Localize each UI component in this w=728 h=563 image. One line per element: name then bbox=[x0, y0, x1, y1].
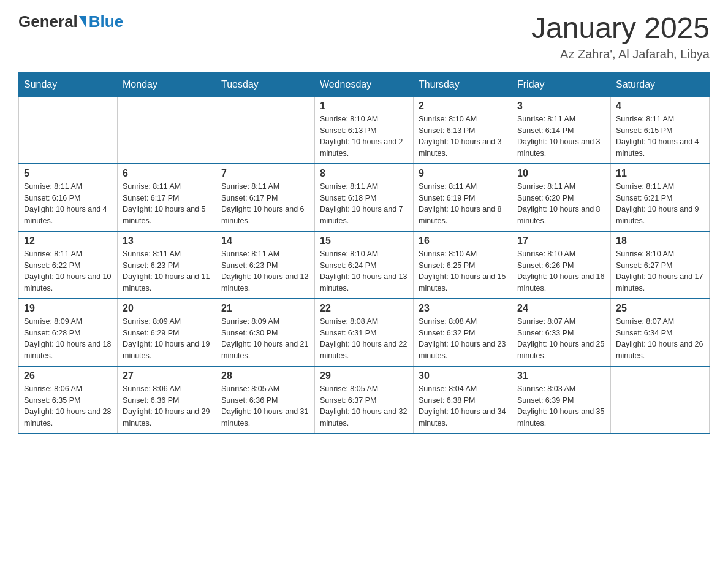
day-info: Sunrise: 8:06 AMSunset: 6:36 PMDaylight:… bbox=[123, 383, 211, 429]
calendar-table: SundayMondayTuesdayWednesdayThursdayFrid… bbox=[18, 72, 710, 434]
calendar-cell: 15Sunrise: 8:10 AMSunset: 6:24 PMDayligh… bbox=[315, 231, 414, 299]
calendar-cell: 18Sunrise: 8:10 AMSunset: 6:27 PMDayligh… bbox=[611, 231, 710, 299]
day-header-tuesday: Tuesday bbox=[216, 72, 315, 96]
calendar-cell bbox=[216, 96, 315, 164]
calendar-week-4: 19Sunrise: 8:09 AMSunset: 6:28 PMDayligh… bbox=[19, 299, 710, 366]
day-info: Sunrise: 8:09 AMSunset: 6:29 PMDaylight:… bbox=[123, 316, 211, 362]
day-info: Sunrise: 8:03 AMSunset: 6:39 PMDaylight:… bbox=[517, 383, 605, 429]
calendar-cell: 5Sunrise: 8:11 AMSunset: 6:16 PMDaylight… bbox=[19, 164, 118, 231]
day-number: 12 bbox=[24, 236, 112, 247]
day-header-friday: Friday bbox=[512, 72, 611, 96]
day-number: 8 bbox=[320, 168, 408, 179]
day-info: Sunrise: 8:08 AMSunset: 6:31 PMDaylight:… bbox=[320, 316, 408, 362]
day-number: 27 bbox=[123, 370, 211, 381]
day-number: 9 bbox=[419, 168, 507, 179]
day-header-thursday: Thursday bbox=[414, 72, 512, 96]
day-number: 1 bbox=[320, 101, 408, 112]
day-info: Sunrise: 8:10 AMSunset: 6:25 PMDaylight:… bbox=[419, 248, 507, 294]
day-number: 29 bbox=[320, 370, 408, 381]
day-info: Sunrise: 8:11 AMSunset: 6:23 PMDaylight:… bbox=[123, 248, 211, 294]
calendar-cell: 27Sunrise: 8:06 AMSunset: 6:36 PMDayligh… bbox=[118, 366, 216, 434]
month-title: January 2025 bbox=[531, 12, 710, 45]
calendar-cell: 28Sunrise: 8:05 AMSunset: 6:36 PMDayligh… bbox=[216, 366, 315, 434]
day-number: 14 bbox=[221, 236, 309, 247]
day-number: 19 bbox=[24, 303, 112, 314]
day-info: Sunrise: 8:04 AMSunset: 6:38 PMDaylight:… bbox=[419, 383, 507, 429]
day-info: Sunrise: 8:11 AMSunset: 6:18 PMDaylight:… bbox=[320, 181, 408, 227]
calendar-cell: 7Sunrise: 8:11 AMSunset: 6:17 PMDaylight… bbox=[216, 164, 315, 231]
day-number: 15 bbox=[320, 236, 408, 247]
day-info: Sunrise: 8:08 AMSunset: 6:32 PMDaylight:… bbox=[419, 316, 507, 362]
calendar-cell bbox=[611, 366, 710, 434]
day-number: 3 bbox=[517, 101, 605, 112]
day-number: 17 bbox=[517, 236, 605, 247]
calendar-cell: 31Sunrise: 8:03 AMSunset: 6:39 PMDayligh… bbox=[512, 366, 611, 434]
day-info: Sunrise: 8:10 AMSunset: 6:24 PMDaylight:… bbox=[320, 248, 408, 294]
day-header-wednesday: Wednesday bbox=[315, 72, 414, 96]
day-number: 24 bbox=[517, 303, 605, 314]
calendar-cell: 6Sunrise: 8:11 AMSunset: 6:17 PMDaylight… bbox=[118, 164, 216, 231]
calendar-cell: 12Sunrise: 8:11 AMSunset: 6:22 PMDayligh… bbox=[19, 231, 118, 299]
title-block: January 2025 Az Zahra', Al Jafarah, Liby… bbox=[531, 12, 710, 61]
day-info: Sunrise: 8:11 AMSunset: 6:19 PMDaylight:… bbox=[419, 181, 507, 227]
calendar-cell: 19Sunrise: 8:09 AMSunset: 6:28 PMDayligh… bbox=[19, 299, 118, 366]
day-info: Sunrise: 8:11 AMSunset: 6:17 PMDaylight:… bbox=[221, 181, 309, 227]
day-number: 20 bbox=[123, 303, 211, 314]
calendar-cell: 8Sunrise: 8:11 AMSunset: 6:18 PMDaylight… bbox=[315, 164, 414, 231]
calendar-cell: 10Sunrise: 8:11 AMSunset: 6:20 PMDayligh… bbox=[512, 164, 611, 231]
calendar-cell: 3Sunrise: 8:11 AMSunset: 6:14 PMDaylight… bbox=[512, 96, 611, 164]
calendar-week-2: 5Sunrise: 8:11 AMSunset: 6:16 PMDaylight… bbox=[19, 164, 710, 231]
calendar-week-3: 12Sunrise: 8:11 AMSunset: 6:22 PMDayligh… bbox=[19, 231, 710, 299]
day-header-saturday: Saturday bbox=[611, 72, 710, 96]
calendar-cell: 23Sunrise: 8:08 AMSunset: 6:32 PMDayligh… bbox=[414, 299, 512, 366]
day-number: 16 bbox=[419, 236, 507, 247]
day-header-sunday: Sunday bbox=[19, 72, 118, 96]
calendar-cell: 26Sunrise: 8:06 AMSunset: 6:35 PMDayligh… bbox=[19, 366, 118, 434]
logo: General Blue bbox=[18, 12, 123, 31]
calendar-cell: 20Sunrise: 8:09 AMSunset: 6:29 PMDayligh… bbox=[118, 299, 216, 366]
day-info: Sunrise: 8:07 AMSunset: 6:33 PMDaylight:… bbox=[517, 316, 605, 362]
day-number: 2 bbox=[419, 101, 507, 112]
calendar-cell: 9Sunrise: 8:11 AMSunset: 6:19 PMDaylight… bbox=[414, 164, 512, 231]
calendar-cell: 22Sunrise: 8:08 AMSunset: 6:31 PMDayligh… bbox=[315, 299, 414, 366]
day-number: 22 bbox=[320, 303, 408, 314]
day-info: Sunrise: 8:10 AMSunset: 6:26 PMDaylight:… bbox=[517, 248, 605, 294]
calendar-cell: 21Sunrise: 8:09 AMSunset: 6:30 PMDayligh… bbox=[216, 299, 315, 366]
calendar-cell bbox=[118, 96, 216, 164]
day-info: Sunrise: 8:10 AMSunset: 6:27 PMDaylight:… bbox=[616, 248, 704, 294]
location-title: Az Zahra', Al Jafarah, Libya bbox=[531, 47, 710, 61]
day-info: Sunrise: 8:05 AMSunset: 6:36 PMDaylight:… bbox=[221, 383, 309, 429]
day-info: Sunrise: 8:09 AMSunset: 6:28 PMDaylight:… bbox=[24, 316, 112, 362]
calendar-week-5: 26Sunrise: 8:06 AMSunset: 6:35 PMDayligh… bbox=[19, 366, 710, 434]
day-number: 28 bbox=[221, 370, 309, 381]
logo-blue-text: Blue bbox=[89, 12, 123, 31]
day-number: 30 bbox=[419, 370, 507, 381]
day-number: 4 bbox=[616, 101, 704, 112]
day-number: 13 bbox=[123, 236, 211, 247]
day-number: 10 bbox=[517, 168, 605, 179]
calendar-cell: 2Sunrise: 8:10 AMSunset: 6:13 PMDaylight… bbox=[414, 96, 512, 164]
day-number: 23 bbox=[419, 303, 507, 314]
day-number: 6 bbox=[123, 168, 211, 179]
calendar-cell: 14Sunrise: 8:11 AMSunset: 6:23 PMDayligh… bbox=[216, 231, 315, 299]
day-number: 21 bbox=[221, 303, 309, 314]
calendar-cell: 17Sunrise: 8:10 AMSunset: 6:26 PMDayligh… bbox=[512, 231, 611, 299]
day-info: Sunrise: 8:11 AMSunset: 6:15 PMDaylight:… bbox=[616, 113, 704, 159]
logo-triangle-icon bbox=[79, 16, 86, 28]
day-number: 11 bbox=[616, 168, 704, 179]
day-info: Sunrise: 8:11 AMSunset: 6:16 PMDaylight:… bbox=[24, 181, 112, 227]
day-number: 7 bbox=[221, 168, 309, 179]
calendar-header-row: SundayMondayTuesdayWednesdayThursdayFrid… bbox=[19, 72, 710, 96]
calendar-cell: 25Sunrise: 8:07 AMSunset: 6:34 PMDayligh… bbox=[611, 299, 710, 366]
day-info: Sunrise: 8:11 AMSunset: 6:14 PMDaylight:… bbox=[517, 113, 605, 159]
logo-blue-part: Blue bbox=[78, 12, 123, 31]
day-info: Sunrise: 8:06 AMSunset: 6:35 PMDaylight:… bbox=[24, 383, 112, 429]
calendar-cell: 29Sunrise: 8:05 AMSunset: 6:37 PMDayligh… bbox=[315, 366, 414, 434]
day-header-monday: Monday bbox=[118, 72, 216, 96]
day-number: 31 bbox=[517, 370, 605, 381]
calendar-cell: 4Sunrise: 8:11 AMSunset: 6:15 PMDaylight… bbox=[611, 96, 710, 164]
day-info: Sunrise: 8:05 AMSunset: 6:37 PMDaylight:… bbox=[320, 383, 408, 429]
day-info: Sunrise: 8:11 AMSunset: 6:22 PMDaylight:… bbox=[24, 248, 112, 294]
day-info: Sunrise: 8:09 AMSunset: 6:30 PMDaylight:… bbox=[221, 316, 309, 362]
day-info: Sunrise: 8:10 AMSunset: 6:13 PMDaylight:… bbox=[419, 113, 507, 159]
